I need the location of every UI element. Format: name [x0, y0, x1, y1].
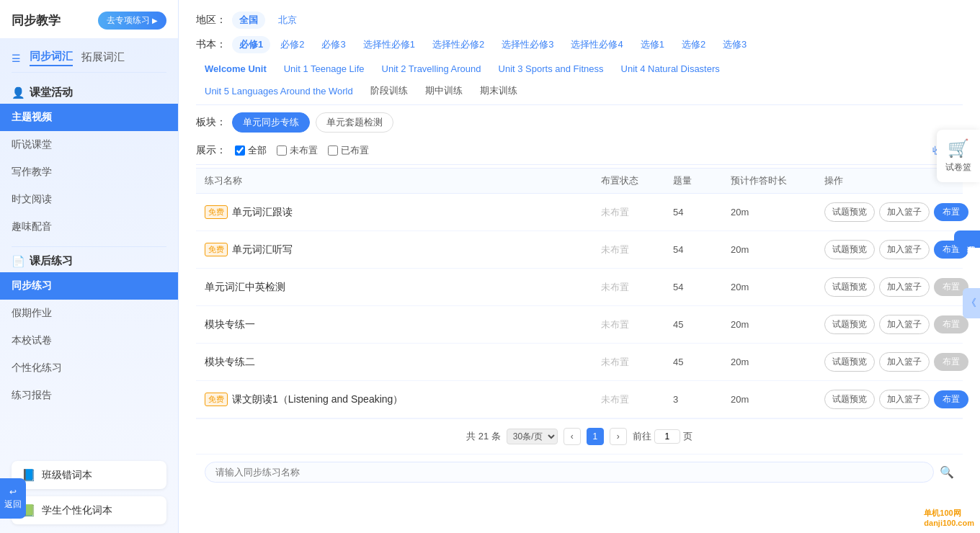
nav-item-writing[interactable]: 写作教学 [0, 158, 178, 186]
table-row: 模块专练二 未布置 45 20m 试题预览 加入篮子 布置 [196, 344, 963, 381]
time-0: 20m [731, 207, 824, 218]
time-4: 20m [731, 357, 824, 367]
nav-item-practice-report[interactable]: 练习报告 [0, 382, 178, 409]
book-tag-5[interactable]: 选择性必修3 [494, 36, 561, 53]
search-input[interactable] [205, 462, 934, 483]
action-btns-4: 试题预览 加入篮子 布置 [824, 352, 954, 372]
action-btns-1: 试题预览 加入篮子 布置 [824, 240, 954, 259]
current-page-btn[interactable]: 1 [587, 428, 604, 445]
assign-btn-3: 布置 [934, 315, 968, 333]
sync-vocab-item[interactable]: 同步词汇 [30, 50, 73, 66]
exercise-name-5: 免费 课文朗读1（Listening and Speaking） [205, 393, 601, 406]
module-btn-set[interactable]: 单元套题检测 [316, 112, 393, 133]
per-page-select[interactable]: 30条/页 [507, 429, 558, 444]
cart-float[interactable]: 🛒 试卷篮 [937, 130, 980, 182]
back-button[interactable]: ↩ 返回 [0, 478, 26, 519]
preview-btn-3[interactable]: 试题预览 [824, 315, 875, 334]
prev-page-btn[interactable]: ‹ [564, 428, 581, 445]
preview-btn-5[interactable]: 试题预览 [824, 390, 875, 409]
total-count: 共 21 条 [466, 430, 501, 443]
book-tag-6[interactable]: 选择性必修4 [564, 36, 630, 53]
preview-btn-2[interactable]: 试题预览 [824, 277, 875, 297]
expand-vocab-item[interactable]: 拓展词汇 [81, 50, 125, 66]
next-page-btn[interactable]: › [610, 428, 627, 445]
sidebar-bottom: 📘 班级错词本 📗 学生个性化词本 [0, 452, 178, 533]
assign-btn-0[interactable]: 布置 [934, 203, 968, 221]
nav-item-theme-video[interactable]: 主题视频 [0, 104, 178, 131]
book-tag-3[interactable]: 选择性必修1 [356, 36, 422, 53]
unit-tag-4[interactable]: Unit 4 Natural Disasters [612, 61, 729, 77]
expand-button[interactable]: 《 [963, 288, 980, 318]
assign-btn-4: 布置 [934, 353, 968, 371]
basket-btn-1[interactable]: 加入篮子 [879, 240, 930, 259]
show-all-checkbox[interactable]: 全部 [235, 144, 267, 157]
book-label: 书本： [196, 38, 226, 51]
preview-btn-0[interactable]: 试题预览 [824, 202, 875, 222]
basket-btn-5[interactable]: 加入篮子 [879, 390, 930, 409]
exercise-name-2: 单元词汇中英检测 [205, 281, 601, 294]
module-label: 板块： [196, 116, 226, 129]
basket-btn-3[interactable]: 加入篮子 [879, 315, 930, 334]
region-tag-beijing[interactable]: 北京 [271, 12, 304, 29]
qty-3: 45 [673, 319, 731, 330]
basket-btn-4[interactable]: 加入篮子 [879, 352, 930, 372]
nav-item-listening[interactable]: 听说课堂 [0, 131, 178, 158]
book-tag-8[interactable]: 选修2 [674, 36, 713, 53]
status-3: 未布置 [601, 318, 673, 331]
unit-tag-2[interactable]: Unit 2 Travelling Around [373, 61, 490, 77]
show-unassigned-input[interactable] [277, 145, 287, 156]
nav-item-school-paper[interactable]: 本校试卷 [0, 327, 178, 354]
status-0: 未布置 [601, 206, 673, 219]
time-3: 20m [731, 319, 824, 330]
book-tag-1[interactable]: 必修2 [273, 36, 311, 53]
assign-btn-5[interactable]: 布置 [934, 390, 968, 408]
person-icon: 👤 [12, 86, 25, 99]
personal-vocab-card[interactable]: 📗 学生个性化词本 [12, 496, 166, 524]
unit-tag-0[interactable]: Welcome Unit [196, 61, 275, 77]
unit-tag-8[interactable]: 期末训练 [471, 81, 526, 100]
exercise-name-0: 免费 单元词汇跟读 [205, 205, 601, 219]
unit-tag-7[interactable]: 期中训练 [416, 81, 471, 100]
error-vocab-card[interactable]: 📘 班级错词本 [12, 461, 166, 489]
unit-tag-6[interactable]: 阶段训练 [362, 81, 416, 100]
nav-item-holiday-hw[interactable]: 假期作业 [0, 300, 178, 327]
special-practice-button[interactable]: 去专项练习 ▶ [98, 12, 166, 30]
show-assigned-checkbox[interactable]: 已布置 [328, 144, 369, 157]
classroom-nav: 主题视频 听说课堂 写作教学 时文阅读 趣味配音 [0, 104, 178, 241]
show-unassigned-checkbox[interactable]: 未布置 [277, 144, 318, 157]
unit-tag-5[interactable]: Unit 5 Languages Around the World [196, 83, 362, 99]
exercise-name-1: 免费 单元词汇听写 [205, 243, 601, 256]
book-tag-0[interactable]: 必修1 [232, 36, 270, 53]
search-icon[interactable]: 🔍 [940, 465, 954, 479]
unit-row-1: Welcome Unit Unit 1 Teenage Life Unit 2 … [196, 61, 963, 77]
book-tag-4[interactable]: 选择性必修2 [425, 36, 491, 53]
show-label: 展示： [196, 144, 226, 157]
unit-tag-3[interactable]: Unit 3 Sports and Fitness [490, 61, 612, 77]
my-courses-button[interactable]: 我的备课 [954, 230, 980, 248]
action-btns-5: 试题预览 加入篮子 布置 [824, 390, 954, 409]
unit-tag-1[interactable]: Unit 1 Teenage Life [275, 61, 373, 77]
sidebar-header: 同步教学 去专项练习 ▶ [0, 0, 178, 38]
nav-item-reading[interactable]: 时文阅读 [0, 186, 178, 213]
chevron-left-icon: 《 [966, 297, 976, 310]
book-tag-9[interactable]: 选修3 [716, 36, 754, 53]
nav-item-custom-practice[interactable]: 个性化练习 [0, 354, 178, 382]
show-all-input[interactable] [235, 145, 245, 156]
basket-btn-0[interactable]: 加入篮子 [879, 202, 930, 222]
qty-2: 54 [673, 282, 731, 292]
basket-btn-2[interactable]: 加入篮子 [879, 277, 930, 297]
module-btn-sync[interactable]: 单元同步专练 [232, 112, 310, 133]
homework-section-header: 📄 课后练习 [0, 247, 178, 272]
region-tag-all[interactable]: 全国 [232, 12, 265, 29]
preview-btn-4[interactable]: 试题预览 [824, 352, 875, 372]
show-assigned-input[interactable] [328, 145, 338, 156]
pagination-row: 共 21 条 30条/页 ‹ 1 › 前往 页 [196, 418, 963, 454]
nav-item-dubbing[interactable]: 趣味配音 [0, 213, 178, 241]
col-status: 布置状态 [601, 174, 673, 187]
page-goto-input[interactable] [654, 429, 680, 444]
nav-item-sync-practice[interactable]: 同步练习 [0, 272, 178, 300]
book-tag-2[interactable]: 必修3 [314, 36, 352, 53]
book-tag-7[interactable]: 选修1 [633, 36, 672, 53]
preview-btn-1[interactable]: 试题预览 [824, 240, 875, 259]
logo: 单机100网danji100.com [924, 508, 974, 527]
